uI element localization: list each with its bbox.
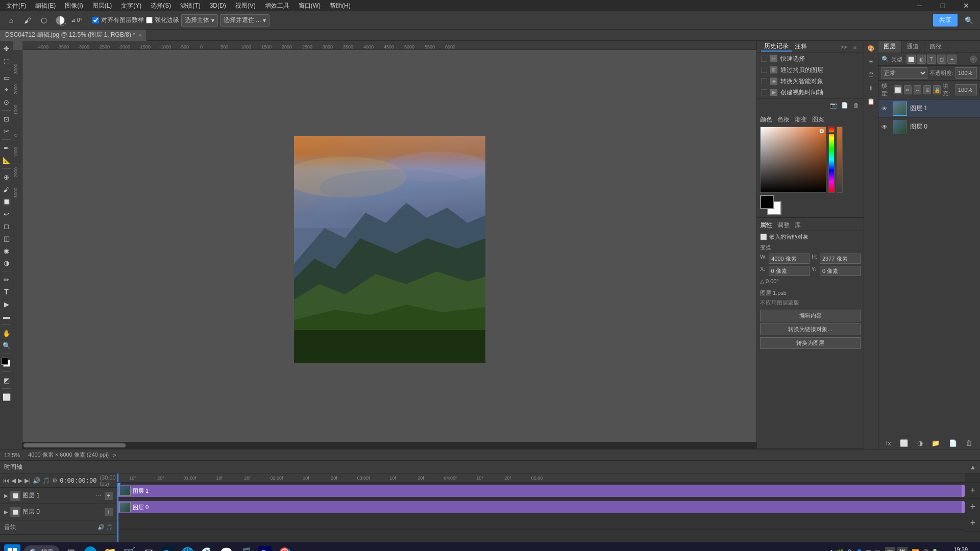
tool-path[interactable]: ⬡ (37, 13, 51, 28)
history-item-2[interactable]: ⊞ 通过拷贝的图层 (757, 64, 864, 76)
timeline-layer-0[interactable]: ▶ ⬜ 图层 0 ⋯ + (0, 504, 117, 520)
share-button[interactable]: 共享 (933, 14, 958, 27)
step-forward-button[interactable]: ▶| (24, 476, 31, 485)
color-gradient-picker[interactable] (760, 127, 826, 193)
ps-icon[interactable]: Ps (160, 544, 176, 552)
layer-item-1[interactable]: 👁 图层 1 (878, 99, 980, 118)
strengthen-check[interactable]: 强化边缘 (146, 16, 179, 24)
notification-area[interactable] (972, 544, 976, 552)
close-button[interactable]: ✕ (954, 0, 978, 11)
stamp-tool[interactable]: 🔲 (1, 196, 12, 207)
mail-icon[interactable]: ✉ (140, 544, 157, 552)
crop-tool[interactable]: ⊡ (1, 113, 12, 124)
hue-slider[interactable] (828, 127, 835, 193)
layer-panel-toggle[interactable]: 📋 (866, 96, 877, 107)
menu-type[interactable]: 文字(Y) (117, 1, 145, 11)
tray-icon-4[interactable]: 👤 (855, 549, 863, 552)
filter-pixel-button[interactable]: ⬜ (906, 55, 916, 64)
blur-tool[interactable]: ◉ (1, 245, 12, 256)
lang-indicator[interactable]: 中 (885, 547, 895, 551)
alpha-slider[interactable] (837, 127, 843, 193)
settings-button[interactable]: ⚙ (52, 476, 58, 485)
fg-bg-swatches[interactable] (1, 358, 12, 369)
lock-position-button[interactable]: ↔ (914, 85, 921, 94)
convert-linked-button[interactable]: 转换为链接对象... (760, 323, 861, 335)
pen-tool[interactable]: ✏ (1, 274, 12, 285)
tool-angle[interactable]: ⊿ 0° (69, 13, 84, 28)
file-explorer-icon[interactable]: 📁 (102, 544, 118, 552)
select-sky-dropdown[interactable]: 选择并遮住 ... ▾ (220, 14, 270, 27)
audio-music-icon[interactable]: 🎵 (106, 524, 113, 531)
minimize-button[interactable]: ─ (908, 0, 931, 11)
edge-icon[interactable]: e (82, 544, 99, 552)
clock[interactable]: 19:39 2023/5/12 (943, 546, 968, 552)
go-to-start-button[interactable]: ⏮ (3, 476, 9, 485)
adjust-panel-toggle[interactable]: ☀ (866, 56, 877, 67)
volume-icon[interactable]: 🔊 (921, 549, 929, 552)
timeline-collapse-icon[interactable]: ▲ (970, 464, 976, 471)
create-group-button[interactable]: 📁 (932, 439, 940, 447)
lock-pixel-button[interactable]: ⬜ (894, 85, 902, 94)
premiere-icon[interactable]: Pr (257, 544, 273, 552)
layer-item-0[interactable]: 👁 图层 0 (878, 118, 980, 136)
h-scrollbar[interactable] (22, 442, 756, 449)
add-audio-track-button[interactable]: + (965, 515, 980, 532)
lock-all-button[interactable]: 🔒 (933, 85, 941, 94)
add-mask-button[interactable]: ⬜ (900, 439, 908, 447)
menu-file[interactable]: 文件(F) (2, 1, 30, 11)
y-input[interactable] (820, 266, 861, 276)
tray-icon-6[interactable]: 🎮 (873, 549, 881, 552)
history-snapshot-icon[interactable]: 📷 (829, 101, 838, 110)
start-button[interactable] (4, 544, 20, 552)
hand-tool[interactable]: ✋ (1, 328, 12, 339)
height-input[interactable] (820, 254, 861, 264)
add-layer0-track-button[interactable]: + (965, 499, 980, 515)
ruler-tool[interactable]: 📐 (1, 155, 12, 166)
x-input[interactable] (769, 266, 810, 276)
shape-tool[interactable]: ▬ (1, 311, 12, 322)
loop-button[interactable]: 🔊 (33, 476, 40, 485)
search-button[interactable]: 🔍 (962, 13, 976, 28)
select-subject-dropdown[interactable]: 选择主体 ▾ (181, 14, 218, 27)
expand-arrow-1[interactable]: ▶ (4, 493, 8, 498)
tray-icon-2[interactable]: 🌿 (836, 549, 844, 552)
lock-gradient-button[interactable]: ✏ (904, 85, 912, 94)
screen-mode-toggle[interactable]: ⬜ (1, 391, 12, 403)
brush-tool[interactable]: 🖌 (1, 184, 12, 195)
tab-channels[interactable]: 通道 (901, 41, 924, 53)
tool-brush-option[interactable]: 🖌 (20, 13, 35, 28)
app-icon-last[interactable]: 🎯 (276, 544, 292, 552)
add-layer1-track-button[interactable]: + (965, 483, 980, 499)
artboard-tool[interactable]: ⬚ (1, 55, 12, 66)
track-bar-end-handle-1[interactable] (962, 485, 965, 497)
filter-smart-button[interactable]: ✦ (947, 55, 957, 64)
tab-history[interactable]: 历史记录 (761, 42, 792, 52)
store-icon[interactable]: 🛒 (121, 544, 137, 552)
history-new-icon[interactable]: 📄 (840, 101, 849, 110)
input-method-indicator[interactable]: 拼 (897, 547, 908, 551)
tool-option-1[interactable]: ⌂ (4, 13, 18, 28)
blend-mode-select[interactable]: 正常 (881, 67, 927, 79)
create-layer-button[interactable]: 📄 (949, 439, 957, 447)
task-view-icon[interactable]: ⊞ (63, 544, 79, 552)
menu-plugins[interactable]: 增效工具 (261, 1, 293, 11)
tab-color[interactable]: 颜色 (760, 115, 772, 124)
add-fx-button[interactable]: fx (886, 439, 891, 447)
menu-image[interactable]: 图像(I) (61, 1, 87, 11)
dodge-tool[interactable]: ◑ (1, 257, 12, 268)
filter-adjust-button[interactable]: ◐ (917, 55, 926, 64)
eyedropper-tool[interactable]: ✒ (1, 142, 12, 154)
width-input[interactable] (769, 254, 810, 264)
type-tool[interactable]: T (1, 286, 12, 297)
fill-input[interactable] (955, 84, 977, 95)
tl-layer1-add[interactable]: + (105, 492, 113, 500)
tab-notes[interactable]: 注释 (792, 42, 810, 51)
menu-3d[interactable]: 3D(D) (206, 1, 230, 10)
teams-icon[interactable]: 💬 (218, 544, 234, 552)
tab-swatches[interactable]: 色板 (777, 115, 790, 124)
history-brush-tool[interactable]: ↩ (1, 208, 12, 219)
track-bar-layer0[interactable]: 图层 0 (117, 501, 963, 513)
tab-adjustments[interactable]: 调整 (777, 221, 790, 230)
quick-mask-toggle[interactable]: ◩ (1, 374, 12, 386)
zoom-tool[interactable]: 🔍 (1, 340, 12, 351)
